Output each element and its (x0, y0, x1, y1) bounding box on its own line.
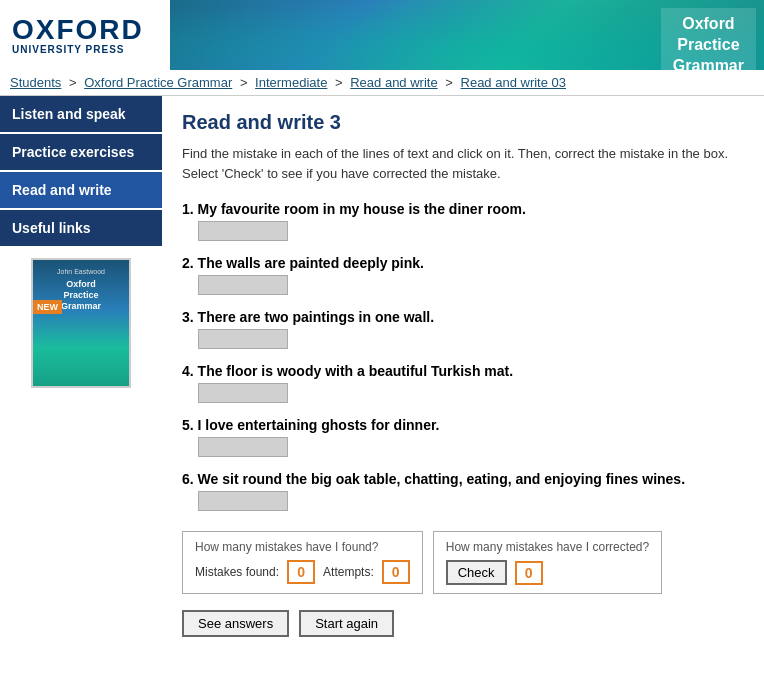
found-title: How many mistakes have I found? (195, 540, 410, 554)
start-again-button[interactable]: Start again (299, 610, 394, 637)
check-button[interactable]: Check (446, 560, 507, 585)
mistakes-label: Mistakes found: (195, 565, 279, 579)
sidebar-item-read[interactable]: Read and write (0, 172, 162, 210)
stats-section: How many mistakes have I found? Mistakes… (182, 531, 744, 594)
question-4: 4. The floor is woody with a beautiful T… (182, 363, 744, 403)
instructions: Find the mistake in each of the lines of… (182, 144, 744, 183)
corrected-count: 0 (515, 561, 543, 585)
answer-input-1[interactable] (198, 221, 288, 241)
header-banner: Oxford Practice Grammar (170, 0, 764, 70)
sidebar-item-useful[interactable]: Useful links (0, 210, 162, 248)
corrected-row: Check 0 (446, 560, 649, 585)
header-title-box: Oxford Practice Grammar (661, 8, 756, 70)
answer-input-5[interactable] (198, 437, 288, 457)
book-title: OxfordPracticeGrammar (61, 279, 101, 311)
book-badge: NEW (33, 300, 62, 314)
question-2: 2. The walls are painted deeply pink. (182, 255, 744, 295)
question-5-text[interactable]: 5. I love entertaining ghosts for dinner… (182, 417, 744, 433)
main-layout: Listen and speak Practice exercises Read… (0, 96, 764, 652)
sidebar-item-practice[interactable]: Practice exercises (0, 134, 162, 172)
question-1-text[interactable]: 1. My favourite room in my house is the … (182, 201, 744, 217)
question-6-text[interactable]: 6. We sit round the big oak table, chatt… (182, 471, 744, 487)
breadcrumb-opg[interactable]: Oxford Practice Grammar (84, 75, 232, 90)
mistakes-corrected-box: How many mistakes have I corrected? Chec… (433, 531, 662, 594)
content: Read and write 3 Find the mistake in eac… (162, 96, 764, 652)
university-text: UNIVERSITY PRESS (12, 44, 158, 55)
oxford-brand: OXFORD (12, 16, 158, 44)
breadcrumb: Students > Oxford Practice Grammar > Int… (0, 70, 764, 96)
answer-input-2[interactable] (198, 275, 288, 295)
question-2-text[interactable]: 2. The walls are painted deeply pink. (182, 255, 744, 271)
see-answers-button[interactable]: See answers (182, 610, 289, 637)
corrected-title: How many mistakes have I corrected? (446, 540, 649, 554)
header-title: Oxford Practice Grammar (673, 14, 744, 70)
questions-list: 1. My favourite room in my house is the … (182, 201, 744, 511)
oxford-logo: OXFORD UNIVERSITY PRESS (0, 0, 170, 70)
attempts-label: Attempts: (323, 565, 374, 579)
page-title: Read and write 3 (182, 111, 744, 134)
header: OXFORD UNIVERSITY PRESS Oxford Practice … (0, 0, 764, 70)
book-cover: John Eastwood OxfordPracticeGrammar NEW (31, 258, 131, 388)
question-5: 5. I love entertaining ghosts for dinner… (182, 417, 744, 457)
question-3-text[interactable]: 3. There are two paintings in one wall. (182, 309, 744, 325)
attempts-count: 0 (382, 560, 410, 584)
breadcrumb-read-write[interactable]: Read and write (350, 75, 437, 90)
answer-input-3[interactable] (198, 329, 288, 349)
found-row: Mistakes found: 0 Attempts: 0 (195, 560, 410, 584)
mistakes-count: 0 (287, 560, 315, 584)
breadcrumb-intermediate[interactable]: Intermediate (255, 75, 327, 90)
answer-input-6[interactable] (198, 491, 288, 511)
question-6: 6. We sit round the big oak table, chatt… (182, 471, 744, 511)
question-3: 3. There are two paintings in one wall. (182, 309, 744, 349)
mistakes-found-box: How many mistakes have I found? Mistakes… (182, 531, 423, 594)
sidebar-item-listen[interactable]: Listen and speak (0, 96, 162, 134)
sidebar: Listen and speak Practice exercises Read… (0, 96, 162, 652)
book-author: John Eastwood (57, 268, 105, 275)
question-4-text[interactable]: 4. The floor is woody with a beautiful T… (182, 363, 744, 379)
breadcrumb-students[interactable]: Students (10, 75, 61, 90)
answer-input-4[interactable] (198, 383, 288, 403)
question-1: 1. My favourite room in my house is the … (182, 201, 744, 241)
breadcrumb-rw03[interactable]: Read and write 03 (461, 75, 567, 90)
action-buttons: See answers Start again (182, 610, 744, 637)
